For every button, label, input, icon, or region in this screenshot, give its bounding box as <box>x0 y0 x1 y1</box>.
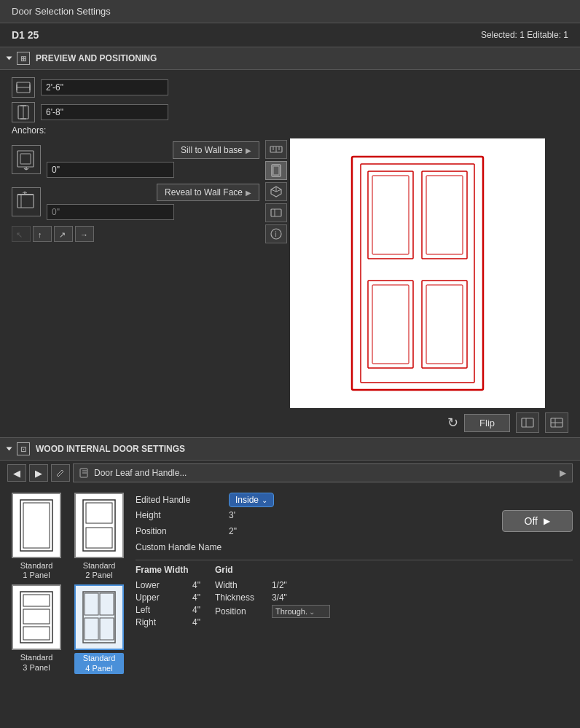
handle-details-row: Height 3' Position 2" Custom Handle Name… <box>136 510 573 555</box>
door-settings-panel: Edited Handle Inside ⌄ Height 3' Positio… <box>136 493 573 674</box>
sill-anchor-row: Sill to Wall base ▶ <box>12 141 259 178</box>
frame-upper-label: Upper <box>136 592 187 603</box>
reveal-btn-row: Reveal to Wall Face ▶ <box>47 184 259 201</box>
height-input[interactable] <box>41 104 168 120</box>
alignment-section: ↖ ↑ ↗ → <box>12 226 259 242</box>
frame-width-header: Frame Width <box>136 565 200 575</box>
svg-line-52 <box>62 470 63 471</box>
grid-header: Grid <box>215 565 330 575</box>
frame-grid-layout: Frame Width Lower 4" Upper 4" Left 4" Ri… <box>136 565 573 627</box>
align-right-button[interactable]: → <box>75 226 94 242</box>
title-bar: Door Selection Settings <box>0 0 580 23</box>
align-tl-button[interactable]: ↖ <box>12 226 31 242</box>
edited-handle-label: Edited Handle <box>136 495 223 505</box>
reveal-to-wall-face-button[interactable]: Reveal to Wall Face ▶ <box>157 184 259 201</box>
svg-rect-65 <box>83 592 115 643</box>
style-standard-3-panel[interactable]: Standard3 Panel <box>7 584 66 673</box>
wood-section-icon: ⊡ <box>17 442 30 455</box>
style-preview-1 <box>12 493 61 558</box>
style-standard-4-panel[interactable]: Standard4 Panel <box>70 584 128 673</box>
preview-tools: i <box>265 138 287 408</box>
svg-rect-28 <box>273 166 279 175</box>
width-input[interactable] <box>41 79 168 95</box>
svg-text:→: → <box>80 230 88 239</box>
reveal-controls: Reveal to Wall Face ▶ <box>47 184 259 220</box>
edited-handle-dropdown[interactable]: Inside ⌄ <box>229 493 274 507</box>
frame-lower-row: Lower 4" <box>136 580 200 590</box>
tool-plan-button[interactable] <box>265 203 287 222</box>
style-standard-1-panel[interactable]: Standard1 Panel <box>7 493 66 580</box>
position-label-s: Position <box>136 526 223 536</box>
frame-lower-val: 4" <box>192 580 200 590</box>
flip-button[interactable]: Flip <box>464 414 510 432</box>
tool-info-button[interactable]: i <box>265 224 287 243</box>
wood-section-header[interactable]: ⊡ WOOD INTERNAL DOOR SETTINGS <box>0 437 580 461</box>
nav-prev-button[interactable]: ◀ <box>7 464 26 482</box>
svg-rect-58 <box>83 500 115 551</box>
grid-position-dropdown[interactable]: Through. ⌄ <box>272 605 330 618</box>
frame-left-label: Left <box>136 605 187 615</box>
tool-door-view-button[interactable] <box>265 161 287 180</box>
svg-rect-46 <box>426 285 463 364</box>
svg-rect-41 <box>422 171 467 259</box>
height-row <box>12 102 568 122</box>
reveal-value-input[interactable] <box>47 204 174 220</box>
style-label-2: Standard2 Panel <box>83 561 116 580</box>
grid-width-label: Width <box>215 580 266 590</box>
title-text: Door Selection Settings <box>12 6 111 17</box>
svg-rect-39 <box>368 171 413 259</box>
height-value-s: 3' <box>229 510 235 520</box>
document-id: D1 25 <box>12 29 39 41</box>
svg-rect-9 <box>20 154 31 164</box>
nav-edit-button[interactable] <box>51 464 70 482</box>
grid-width-row: Width 1/2" <box>215 580 330 590</box>
sill-controls: Sill to Wall base ▶ <box>47 141 259 178</box>
view-btn-1[interactable] <box>516 412 539 433</box>
preview-content: Anchors: <box>0 70 580 138</box>
grid-position-label: Position <box>215 606 266 617</box>
svg-text:↑: ↑ <box>38 230 42 239</box>
settings-divider <box>136 560 573 560</box>
header-row: D1 25 Selected: 1 Editable: 1 <box>0 23 580 47</box>
preview-section-header[interactable]: ⊞ PREVIEW AND POSITIONING <box>0 47 580 70</box>
nav-dropdown-chevron: ▶ <box>560 468 566 478</box>
svg-line-31 <box>276 189 281 192</box>
anchor-icon <box>12 145 41 174</box>
svg-line-32 <box>271 189 276 192</box>
sill-value-input[interactable] <box>47 162 174 178</box>
grid-position-val: Through. <box>275 607 307 616</box>
selection-info: Selected: 1 Editable: 1 <box>481 30 568 40</box>
collapse-triangle-preview[interactable] <box>7 57 12 60</box>
tool-3d-button[interactable] <box>265 182 287 201</box>
door-preview-svg <box>345 149 490 397</box>
tool-ruler-button[interactable] <box>265 140 287 159</box>
svg-text:i: i <box>275 230 277 238</box>
frame-left-val: 4" <box>192 605 200 615</box>
align-up-button[interactable]: ↑ <box>33 226 52 242</box>
off-label: Off <box>525 515 538 527</box>
grid-position-chevron: ⌄ <box>309 608 315 616</box>
grid-thickness-label: Thickness <box>215 592 266 603</box>
svg-text:↖: ↖ <box>16 230 23 239</box>
frame-upper-val: 4" <box>192 592 200 603</box>
wood-section-title: WOOD INTERNAL DOOR SETTINGS <box>36 444 185 454</box>
height-row-s: Height 3' <box>136 510 495 520</box>
style-preview-3 <box>12 584 61 650</box>
off-button[interactable]: Off ▶ <box>502 510 573 532</box>
sill-to-wall-base-button[interactable]: Sill to Wall base ▶ <box>173 141 259 159</box>
custom-handle-label: Custom Handle Name <box>136 542 223 552</box>
style-standard-2-panel[interactable]: Standard2 Panel <box>70 493 128 580</box>
style-label-1: Standard1 Panel <box>20 561 53 580</box>
edited-handle-row: Edited Handle Inside ⌄ <box>136 493 573 507</box>
svg-rect-43 <box>368 281 413 368</box>
collapse-triangle-wood[interactable] <box>7 447 12 451</box>
align-tr-button[interactable]: ↗ <box>54 226 73 242</box>
sill-btn-label: Sill to Wall base <box>181 145 243 155</box>
preview-bottom-bar: ↻ Flip <box>0 408 580 437</box>
view-btn-2[interactable] <box>545 412 568 433</box>
nav-next-button[interactable]: ▶ <box>29 464 48 482</box>
svg-rect-38 <box>361 164 474 383</box>
door-content: Standard1 Panel Standard2 Panel <box>0 485 580 681</box>
grid-col: Grid Width 1/2" Thickness 3/4" Position … <box>215 565 330 627</box>
nav-dropdown[interactable]: Door Leaf and Handle... ▶ <box>73 463 573 482</box>
